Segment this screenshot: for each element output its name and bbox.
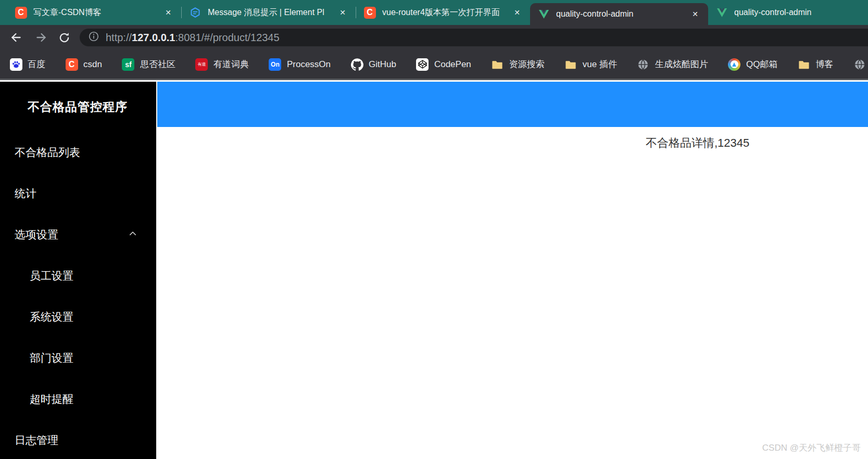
csdn-icon: C — [15, 6, 27, 19]
segmentfault-icon: sf — [122, 58, 135, 71]
globe-icon — [637, 58, 650, 71]
reload-icon[interactable] — [56, 30, 72, 45]
app-sidebar: 不合格品管控程序 不合格品列表 统计 选项设置 员工设置 系统设置 部门设置 — [0, 82, 156, 459]
bookmark-label: ProcessOn — [287, 59, 331, 70]
folder-icon — [491, 58, 504, 71]
csdn-icon: C — [363, 6, 376, 19]
tab-vue-router-article[interactable]: C vue-router4版本第一次打开界面 ✕ — [356, 0, 530, 25]
sidebar-item-label: 员工设置 — [30, 269, 73, 283]
bookmark-label: GitHub — [369, 59, 396, 70]
codepen-icon — [416, 58, 429, 71]
chevron-up-icon[interactable] — [128, 228, 137, 241]
tab-quality-control-admin-active[interactable]: quality-control-admin ✕ — [530, 3, 708, 25]
bookmark-youdao[interactable]: 有道 有道词典 — [195, 58, 249, 71]
bookmark-segmentfault[interactable]: sf 思否社区 — [122, 58, 175, 71]
bookmark-label: 博客 — [815, 58, 833, 70]
qqmail-icon — [728, 58, 741, 71]
bookmark-vue-plugins[interactable]: vue 插件 — [564, 58, 617, 71]
tab-title: quality-control-admin — [556, 9, 684, 19]
sidebar-item-label: 统计 — [15, 186, 36, 201]
globe-icon — [853, 58, 866, 71]
sidebar-item-label: 日志管理 — [15, 433, 58, 448]
bookmark-processon[interactable]: On ProcessOn — [269, 58, 331, 71]
bookmark-blog[interactable]: 博客 — [797, 58, 833, 71]
sidebar-item-label: 超时提醒 — [30, 392, 73, 406]
baidu-icon — [9, 58, 22, 71]
vue-icon — [537, 8, 550, 20]
bookmark-label: QQ邮箱 — [746, 58, 777, 70]
processon-icon: On — [269, 58, 282, 71]
bookmark-label: CodePen — [434, 59, 471, 70]
bookmark-codepen[interactable]: CodePen — [416, 58, 471, 71]
sidebar-item-system-settings[interactable]: 系统设置 — [0, 296, 156, 337]
folder-icon — [797, 58, 810, 71]
sidebar-item-staff-settings[interactable]: 员工设置 — [0, 255, 156, 296]
tab-strip: C 写文章-CSDN博客 ✕ Message 消息提示 | Element Pl… — [0, 0, 868, 25]
sidebar-item-label: 部门设置 — [30, 351, 73, 365]
info-icon[interactable] — [88, 31, 99, 44]
tab-title: Message 消息提示 | Element Pl — [208, 7, 332, 18]
app-header-bar — [157, 82, 868, 127]
main-content: 不合格品详情,12345 CSDN @天外飞鲜橙子哥 — [156, 82, 868, 459]
csdn-watermark: CSDN @天外飞鲜橙子哥 — [762, 442, 861, 454]
tab-title: quality-control-admin — [734, 8, 856, 17]
sidebar-item-label: 选项设置 — [15, 227, 58, 242]
sidebar-item-department-settings[interactable]: 部门设置 — [0, 337, 156, 378]
browser-window: C 写文章-CSDN博客 ✕ Message 消息提示 | Element Pl… — [0, 0, 868, 459]
bookmark-pycharm[interactable]: PyCharm — [853, 58, 868, 71]
bookmark-baidu[interactable]: 百度 — [9, 58, 45, 71]
tab-element-plus-docs[interactable]: Message 消息提示 | Element Pl ✕ — [182, 0, 356, 25]
bookmark-qqmail[interactable]: QQ邮箱 — [728, 58, 777, 71]
bookmark-label: csdn — [83, 59, 102, 70]
bookmark-label: vue 插件 — [583, 58, 617, 70]
element-plus-icon — [189, 6, 202, 19]
tab-title: 写文章-CSDN博客 — [33, 7, 157, 18]
bookmark-github[interactable]: GitHub — [350, 58, 396, 71]
close-icon[interactable]: ✕ — [337, 7, 348, 18]
bookmark-csdn[interactable]: C csdn — [65, 58, 102, 71]
forward-arrow-icon[interactable] — [33, 30, 49, 45]
bookmark-cool-image-generator[interactable]: 生成炫酷图片 — [637, 58, 708, 71]
tab-title: vue-router4版本第一次打开界面 — [382, 7, 506, 18]
bookmark-label: 生成炫酷图片 — [655, 58, 708, 70]
bookmark-label: 思否社区 — [140, 58, 175, 70]
bookmark-resource-search[interactable]: 资源搜索 — [491, 58, 545, 71]
defect-detail-text: 不合格品详情,12345 — [646, 135, 749, 151]
close-icon[interactable]: ✕ — [689, 8, 701, 20]
sidebar-item-timeout-reminder[interactable]: 超时提醒 — [0, 378, 156, 419]
tab-csdn-editor[interactable]: C 写文章-CSDN博客 ✕ — [7, 0, 181, 25]
folder-icon — [564, 58, 577, 71]
bookmark-label: 资源搜索 — [509, 58, 545, 70]
csdn-icon: C — [65, 58, 78, 71]
url-text: http://127.0.0.1:8081/#/product/12345 — [106, 32, 280, 44]
bookmarks-bar: 百度 C csdn sf 思否社区 有道 有道词典 On ProcessOn G… — [0, 50, 868, 80]
sidebar-item-label: 系统设置 — [30, 310, 73, 324]
bookmark-label: 百度 — [28, 58, 45, 70]
sidebar-item-log-management[interactable]: 日志管理 — [0, 419, 156, 459]
sidebar-item-statistics[interactable]: 统计 — [0, 173, 156, 214]
bookmark-label: 有道词典 — [213, 58, 249, 70]
sidebar-item-defect-list[interactable]: 不合格品列表 — [0, 132, 156, 173]
vue-icon — [715, 6, 728, 19]
browser-toolbar: http://127.0.0.1:8081/#/product/12345 — [0, 25, 868, 50]
sidebar-item-option-settings[interactable]: 选项设置 — [0, 214, 156, 255]
address-bar[interactable]: http://127.0.0.1:8081/#/product/12345 — [80, 29, 868, 46]
tab-quality-control-admin-2[interactable]: quality-control-admin — [708, 0, 868, 25]
app-title: 不合格品管控程序 — [0, 82, 156, 132]
back-arrow-icon[interactable] — [8, 30, 24, 45]
web-page: 不合格品管控程序 不合格品列表 统计 选项设置 员工设置 系统设置 部门设置 — [0, 82, 868, 459]
close-icon[interactable]: ✕ — [511, 7, 523, 18]
sidebar-item-label: 不合格品列表 — [15, 145, 80, 160]
github-icon — [350, 58, 363, 71]
close-icon[interactable]: ✕ — [162, 7, 174, 18]
youdao-icon: 有道 — [195, 58, 208, 71]
